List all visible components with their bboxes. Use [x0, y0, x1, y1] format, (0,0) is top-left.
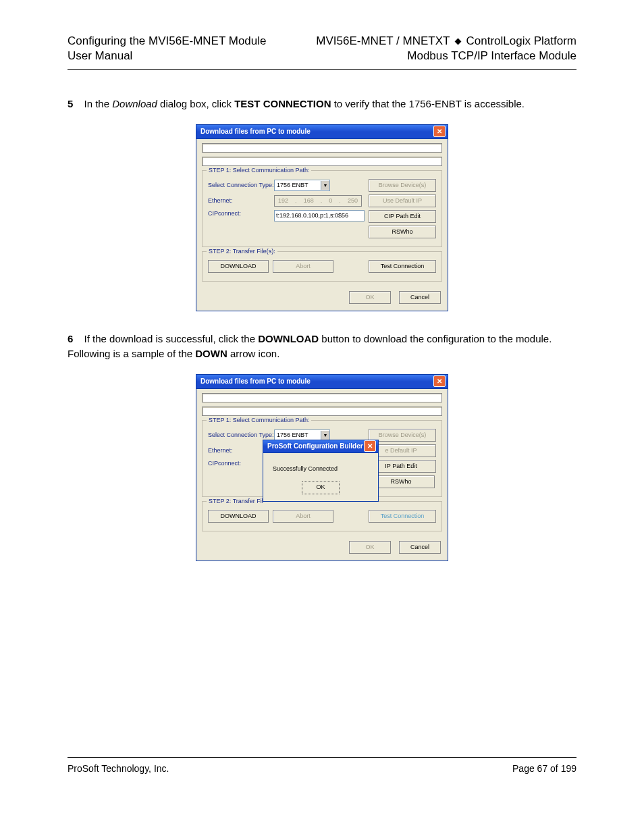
dialog1-titlebar: Download files from PC to module ✕	[196, 125, 448, 139]
cipconnect-input[interactable]: t:192.168.0.100,p:1,s:0$56	[274, 210, 365, 221]
step5-paragraph: 5 In the Download dialog box, click TEST…	[68, 97, 576, 112]
status-bar-1	[202, 143, 442, 153]
dialog2-title: Download files from PC to module	[200, 377, 311, 385]
dialog1-title: Download files from PC to module	[200, 128, 311, 135]
download-button[interactable]: DOWNLOAD	[208, 260, 269, 273]
chevron-down-icon[interactable]: ▼	[321, 181, 329, 190]
step2-fieldset: STEP 2: Transfer Fil DOWNLOAD Abort Test…	[202, 501, 442, 531]
conn-type-value: 1756 ENBT	[277, 182, 308, 188]
diamond-icon	[454, 38, 461, 45]
browse-devices-button[interactable]: Browse Device(s)	[369, 179, 436, 192]
cipconnect-label: CIPconnect:	[208, 210, 274, 217]
step1-legend: STEP 1: Select Communication Path:	[207, 417, 311, 423]
abort-button[interactable]: Abort	[273, 260, 333, 273]
popup-ok-button[interactable]: OK	[302, 481, 340, 494]
status-bar-2	[202, 157, 442, 166]
conn-type-select[interactable]: 1756 ENBT ▼	[274, 180, 330, 191]
download-dialog-1: Download files from PC to module ✕ STEP …	[196, 124, 448, 311]
ok-button[interactable]: OK	[349, 541, 391, 554]
conn-type-label: Select Connection Type:	[208, 182, 274, 188]
use-default-ip-button[interactable]: Use Default IP	[369, 194, 436, 207]
step1-fieldset: STEP 1: Select Communication Path: Selec…	[202, 170, 442, 247]
abort-button[interactable]: Abort	[273, 510, 333, 523]
popup-message: Successfully Connected	[269, 465, 373, 472]
success-popup: ProSoft Configuration Builder ✕ Successf…	[263, 440, 379, 502]
download-dialog-2: Download files from PC to module ✕ STEP …	[196, 374, 448, 561]
rswho-button[interactable]: RSWho	[369, 226, 436, 238]
conn-type-value: 1756 ENBT	[277, 432, 308, 438]
step2-legend: STEP 2: Transfer File(s):	[207, 248, 277, 255]
footer-right: Page 67 of 199	[512, 763, 576, 774]
footer-left: ProSoft Technology, Inc.	[68, 763, 169, 774]
header-right-line2: Modbus TCP/IP Interface Module	[316, 49, 576, 63]
download-button[interactable]: DOWNLOAD	[208, 510, 269, 523]
chevron-down-icon[interactable]: ▼	[321, 431, 329, 440]
step-number-5: 5	[68, 98, 73, 109]
header-left-line1: Configuring the MVI56E-MNET Module	[68, 34, 267, 49]
close-icon[interactable]: ✕	[433, 375, 446, 387]
ethernet-ip-input[interactable]: 192. 168. 0. 250	[274, 195, 362, 207]
ok-button[interactable]: OK	[349, 291, 391, 304]
page-header: Configuring the MVI56E-MNET Module User …	[68, 34, 576, 63]
dialog2-titlebar: Download files from PC to module ✕	[196, 375, 448, 389]
cip-path-edit-button[interactable]: CIP Path Edit	[369, 210, 436, 223]
step-number-6: 6	[68, 333, 73, 344]
test-connection-button[interactable]: Test Connection	[369, 510, 436, 523]
step2-legend: STEP 2: Transfer Fil	[207, 498, 265, 504]
footer-rule	[68, 757, 576, 758]
popup-titlebar: ProSoft Configuration Builder ✕	[263, 440, 378, 453]
header-left-line2: User Manual	[68, 49, 267, 63]
step2-fieldset: STEP 2: Transfer File(s): DOWNLOAD Abort…	[202, 251, 442, 282]
cancel-button[interactable]: Cancel	[399, 541, 441, 554]
step6-paragraph: 6 If the download is successful, click t…	[68, 332, 576, 362]
page-footer: ProSoft Technology, Inc. Page 67 of 199	[68, 763, 576, 774]
step1-legend: STEP 1: Select Communication Path:	[207, 167, 311, 174]
status-bars	[196, 139, 448, 166]
popup-title: ProSoft Configuration Builder	[267, 442, 363, 450]
close-icon[interactable]: ✕	[364, 440, 376, 452]
conn-type-label: Select Connection Type:	[208, 432, 274, 438]
browse-devices-button[interactable]: Browse Device(s)	[369, 429, 436, 442]
status-bar-2	[202, 407, 442, 416]
status-bars	[196, 389, 448, 416]
cancel-button[interactable]: Cancel	[399, 291, 441, 304]
ethernet-label: Ethernet:	[208, 197, 274, 204]
header-right-line1: MVI56E-MNET / MNETXT ControlLogix Platfo…	[316, 34, 576, 49]
status-bar-1	[202, 393, 442, 402]
test-connection-button[interactable]: Test Connection	[369, 260, 436, 273]
header-rule	[68, 69, 576, 70]
close-icon[interactable]: ✕	[433, 126, 446, 137]
